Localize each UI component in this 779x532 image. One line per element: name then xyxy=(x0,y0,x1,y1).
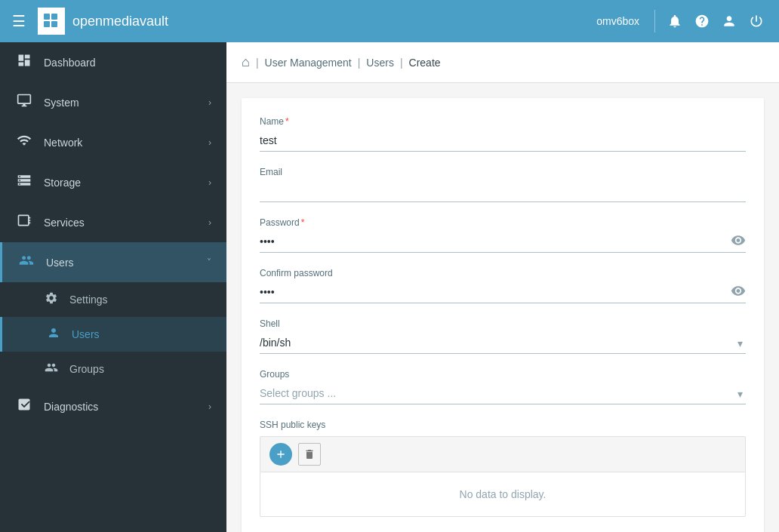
name-required: * xyxy=(285,116,289,127)
confirm-password-input[interactable] xyxy=(260,281,746,303)
sidebar-item-system[interactable]: System › xyxy=(0,82,226,122)
dashboard-icon xyxy=(15,53,33,72)
hamburger-button[interactable]: ☰ xyxy=(12,12,26,30)
password-field-group: Password* xyxy=(260,217,746,253)
network-chevron-icon: › xyxy=(208,137,211,148)
shell-select[interactable]: /bin/sh /bin/bash /bin/dash /usr/sbin/no… xyxy=(260,332,746,354)
services-icon xyxy=(15,213,33,232)
sidebar-item-label-services: Services xyxy=(44,217,198,229)
breadcrumb-users[interactable]: Users xyxy=(366,57,394,69)
main-layout: Dashboard System › Network › Storage › xyxy=(0,42,779,532)
ssh-delete-button[interactable] xyxy=(298,443,321,466)
storage-icon xyxy=(15,173,33,192)
topbar-right: omv6box xyxy=(596,10,767,32)
breadcrumb-sep-1: | xyxy=(256,57,259,69)
network-icon xyxy=(15,133,33,152)
settings-sub-label: Settings xyxy=(69,294,108,306)
shell-field-group: Shell /bin/sh /bin/bash /bin/dash /usr/s… xyxy=(260,318,746,354)
sidebar-item-label-diagnostics: Diagnostics xyxy=(44,401,198,413)
ssh-add-button[interactable] xyxy=(269,443,292,466)
logo-text: openmediavault xyxy=(72,14,168,29)
name-label: Name* xyxy=(260,116,746,127)
email-field-group: Email xyxy=(260,167,746,202)
help-button[interactable] xyxy=(691,11,713,32)
ssh-table-body: No data to display. xyxy=(260,472,746,517)
users-sub-label: Users xyxy=(72,328,100,340)
shell-select-wrapper: /bin/sh /bin/bash /bin/dash /usr/sbin/no… xyxy=(260,332,746,354)
confirm-password-visibility-toggle[interactable] xyxy=(731,283,746,302)
svg-rect-1 xyxy=(51,14,57,20)
breadcrumb: ⌂ | User Management | Users | Create xyxy=(226,42,779,83)
password-visibility-toggle[interactable] xyxy=(731,232,746,251)
breadcrumb-sep-2: | xyxy=(358,57,361,69)
name-input[interactable] xyxy=(260,130,746,152)
sidebar-item-dashboard[interactable]: Dashboard xyxy=(0,42,226,82)
groups-label: Groups xyxy=(260,369,746,380)
sidebar-item-storage[interactable]: Storage › xyxy=(0,162,226,202)
sidebar-item-services[interactable]: Services › xyxy=(0,202,226,242)
users-sub-icon xyxy=(46,326,61,343)
services-chevron-icon: › xyxy=(208,217,211,228)
users-icon xyxy=(17,253,35,272)
system-icon xyxy=(15,93,33,112)
groups-sub-label: Groups xyxy=(69,363,104,375)
groups-select-wrapper: Select groups ... xyxy=(260,383,746,404)
sidebar-sub-item-groups[interactable]: Groups xyxy=(0,352,226,386)
ssh-toolbar xyxy=(260,436,746,472)
no-data-text: No data to display. xyxy=(460,488,547,500)
sidebar-sub-item-users[interactable]: Users xyxy=(0,317,226,352)
svg-rect-2 xyxy=(44,21,50,27)
name-field-group: Name* xyxy=(260,116,746,152)
password-input-wrapper xyxy=(260,231,746,253)
sidebar-item-label-users: Users xyxy=(46,257,196,269)
sidebar-item-network[interactable]: Network › xyxy=(0,122,226,162)
content-area: ⌂ | User Management | Users | Create Nam… xyxy=(226,42,779,532)
sidebar-item-label-storage: Storage xyxy=(44,177,198,189)
sidebar-item-label-network: Network xyxy=(44,137,198,149)
topbar-logo: openmediavault xyxy=(38,8,168,35)
sidebar-item-label-dashboard: Dashboard xyxy=(44,57,211,69)
form-card: Name* Email Password* xyxy=(242,98,764,532)
ssh-label: SSH public keys xyxy=(260,420,746,430)
ssh-section: SSH public keys No data to display. xyxy=(260,420,746,517)
groups-field-group: Groups Select groups ... xyxy=(260,369,746,404)
system-chevron-icon: › xyxy=(208,97,211,108)
confirm-password-label: Confirm password xyxy=(260,268,746,278)
breadcrumb-user-management[interactable]: User Management xyxy=(265,57,352,69)
email-label: Email xyxy=(260,167,746,177)
password-required: * xyxy=(301,217,305,228)
groups-sub-icon xyxy=(44,361,59,377)
confirm-password-field-group: Confirm password xyxy=(260,268,746,303)
password-input[interactable] xyxy=(260,231,746,253)
email-input[interactable] xyxy=(260,180,746,202)
breadcrumb-sep-3: | xyxy=(400,57,403,69)
sidebar-item-diagnostics[interactable]: Diagnostics › xyxy=(0,386,226,426)
confirm-password-input-wrapper xyxy=(260,281,746,303)
password-label: Password* xyxy=(260,217,746,228)
sidebar-sub-item-settings[interactable]: Settings xyxy=(0,282,226,317)
diagnostics-icon xyxy=(15,397,33,416)
shell-label: Shell xyxy=(260,318,746,329)
breadcrumb-create: Create xyxy=(409,57,441,69)
username-label: omv6box xyxy=(596,15,639,27)
svg-rect-3 xyxy=(51,21,57,27)
svg-rect-0 xyxy=(44,14,50,20)
logo-icon xyxy=(38,8,65,35)
sidebar: Dashboard System › Network › Storage › xyxy=(0,42,226,532)
power-button[interactable] xyxy=(746,11,767,32)
sidebar-item-label-system: System xyxy=(44,97,198,109)
sidebar-item-users[interactable]: Users ˅ xyxy=(0,242,226,282)
settings-sub-icon xyxy=(44,291,59,308)
user-account-button[interactable] xyxy=(719,11,740,32)
diagnostics-chevron-icon: › xyxy=(208,401,211,412)
groups-select[interactable]: Select groups ... xyxy=(260,383,746,404)
topbar: ☰ openmediavault omv6box xyxy=(0,0,779,42)
topbar-left: ☰ openmediavault xyxy=(12,8,168,35)
storage-chevron-icon: › xyxy=(208,177,211,188)
topbar-divider xyxy=(654,10,655,32)
users-chevron-icon: ˅ xyxy=(207,257,211,268)
notification-button[interactable] xyxy=(664,11,685,32)
breadcrumb-home-icon[interactable]: ⌂ xyxy=(242,54,250,70)
